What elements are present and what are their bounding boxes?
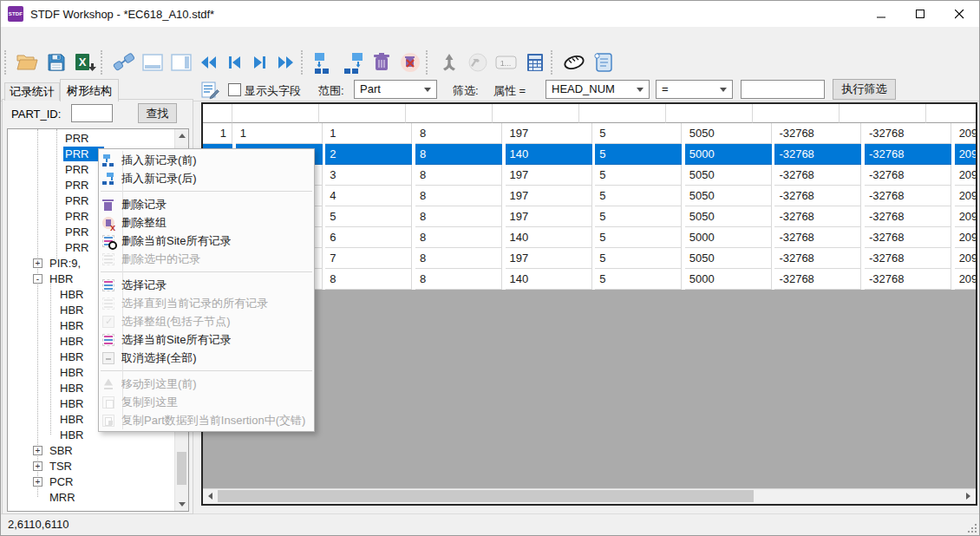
save-file-button[interactable] — [42, 48, 70, 76]
table-horizontal-scrollbar[interactable] — [203, 488, 976, 504]
cell-y-coord: -32768 — [865, 144, 951, 165]
horizontal-scrollbar-thumb[interactable] — [218, 490, 754, 502]
tree-item[interactable]: MRR — [8, 490, 175, 506]
scroll-down-icon[interactable] — [175, 498, 188, 511]
merge-icon — [439, 52, 460, 73]
tree-expand-toggle[interactable]: + — [33, 461, 42, 471]
close-button[interactable] — [940, 1, 979, 27]
column-header[interactable] — [840, 104, 926, 123]
find-button[interactable]: 查找 — [138, 103, 177, 123]
tree-item[interactable]: + TSR — [8, 459, 175, 474]
table-row[interactable]: 7 1 7 8 197 5 5050 -32768 -32768 20916 — [203, 248, 976, 269]
select-until-current-icon — [102, 297, 114, 310]
column-header[interactable] — [203, 104, 232, 123]
range-select[interactable]: Part — [354, 80, 437, 99]
insert-record-before-button[interactable] — [310, 48, 338, 76]
column-header[interactable] — [753, 104, 840, 123]
operator-select[interactable]: = — [656, 80, 733, 99]
cell-soft-bin: 5000 — [685, 144, 772, 165]
tree-expand-toggle[interactable]: + — [33, 258, 42, 268]
context-menu-item[interactable]: 选择记录 — [99, 276, 314, 294]
table-row[interactable]: 3 1 3 8 197 5 5050 -32768 -32768 20916 — [203, 165, 976, 186]
script-button[interactable] — [588, 48, 617, 76]
menu-item[interactable] — [48, 35, 69, 38]
cell-x-coord: -32768 — [774, 227, 861, 248]
scroll-right-icon[interactable] — [961, 489, 976, 503]
menu-item[interactable] — [27, 35, 48, 38]
calculator-button[interactable] — [520, 48, 549, 76]
scroll-left-icon[interactable] — [203, 489, 218, 503]
insert-record-before-icon — [313, 51, 336, 74]
panel-bottom-button[interactable] — [138, 48, 167, 76]
cell-num-test: 197 — [506, 206, 592, 227]
tree-item[interactable]: + SBR — [8, 443, 175, 459]
menu-item[interactable] — [6, 35, 27, 38]
connect-button[interactable] — [109, 48, 138, 76]
repair-button[interactable] — [463, 48, 492, 76]
edit-list-icon[interactable] — [200, 80, 220, 103]
maximize-button[interactable] — [901, 1, 940, 27]
table-row[interactable]: 1 1 1 8 197 5 5050 -32768 -32768 20916 — [203, 123, 976, 144]
table-row[interactable]: 4 1 4 8 197 5 5050 -32768 -32768 20916 — [203, 186, 976, 206]
attribute-select[interactable]: HEAD_NUM — [546, 80, 650, 99]
tree-item[interactable]: + PCR — [8, 474, 175, 490]
table-row[interactable]: 6 1 6 8 140 5 5000 -32768 -32768 20916 — [203, 227, 976, 248]
tree-expand-toggle[interactable]: + — [33, 477, 42, 487]
apply-filter-button[interactable]: 执行筛选 — [833, 79, 896, 100]
cell-part-flg: 8 — [415, 248, 502, 269]
open-file-button[interactable] — [13, 48, 42, 76]
context-menu-item[interactable]: 取消选择(全部) — [99, 349, 314, 367]
column-header[interactable] — [926, 104, 977, 123]
nav-last-group-button[interactable] — [273, 48, 299, 76]
context-menu-item[interactable]: 删除记录 — [99, 195, 314, 213]
context-menu-item[interactable]: 删除整组 — [99, 213, 314, 232]
filter-value-input[interactable] — [741, 80, 825, 99]
delete-selected-icon — [102, 253, 114, 265]
panel-right-button[interactable] — [167, 48, 195, 76]
minimize-button[interactable] — [862, 1, 901, 27]
tree-expand-toggle[interactable]: + — [33, 446, 42, 455]
table-row[interactable]: 8 1 8 8 140 5 5000 -32768 -32768 20916 — [203, 269, 976, 290]
delete-record-button[interactable] — [367, 48, 395, 76]
show-header-fields-checkbox[interactable] — [228, 83, 241, 96]
delete-group-button[interactable] — [395, 48, 424, 76]
insert-record-after-button[interactable] — [338, 48, 367, 76]
context-menu-item[interactable]: 插入新记录(后) — [99, 169, 314, 187]
tab-record-stats[interactable]: 记录统计 — [4, 82, 60, 101]
table-row[interactable]: 5 1 5 8 197 5 5050 -32768 -32768 20916 — [203, 206, 976, 227]
nav-first-group-button[interactable] — [195, 48, 221, 76]
export-excel-button[interactable]: X — [70, 48, 99, 76]
tree-item[interactable]: PRR — [8, 131, 175, 147]
nav-first-button[interactable] — [221, 48, 247, 76]
context-menu-item: 删除选中的记录 — [99, 250, 314, 268]
context-menu-item[interactable]: 选择当前Site所有记录 — [99, 330, 314, 349]
scroll-up-icon[interactable] — [175, 129, 188, 142]
resize-grip[interactable] — [966, 522, 977, 533]
cell-site-num: 6 — [325, 227, 412, 248]
menu-item[interactable] — [69, 35, 89, 38]
column-header[interactable] — [406, 104, 493, 123]
validate-button[interactable] — [559, 48, 588, 76]
tab-tree-structure[interactable]: 树形结构 — [60, 79, 119, 101]
context-menu-item[interactable]: 删除当前Site所有记录 — [99, 232, 314, 250]
context-menu-item-label: 复制Part数据到当前Insertion中(交错) — [121, 413, 305, 428]
column-header[interactable] — [579, 104, 666, 123]
column-header[interactable] — [232, 104, 319, 123]
tree-expand-toggle[interactable]: - — [33, 274, 42, 284]
part-id-input[interactable] — [71, 104, 113, 122]
renumber-button[interactable]: 1... — [492, 48, 520, 76]
context-menu-item[interactable]: 插入新记录(前) — [99, 151, 314, 169]
tree-scrollbar-thumb[interactable] — [177, 452, 186, 485]
range-select-value: Part — [360, 82, 381, 95]
tree-item-label: PRR — [63, 225, 90, 239]
merge-button[interactable] — [434, 48, 463, 76]
column-header[interactable] — [666, 104, 753, 123]
tree-item-label: HBR — [58, 287, 85, 302]
table-row[interactable]: 2 1 2 8 140 5 5000 -32768 -32768 20916 — [203, 144, 976, 165]
show-header-fields-label: 显示头字段 — [245, 83, 301, 99]
column-header[interactable] — [319, 104, 406, 123]
open-folder-icon — [16, 52, 39, 73]
status-position-text: 2,6110,6110 — [8, 518, 69, 531]
column-header[interactable] — [493, 104, 579, 123]
nav-last-button[interactable] — [247, 48, 273, 76]
